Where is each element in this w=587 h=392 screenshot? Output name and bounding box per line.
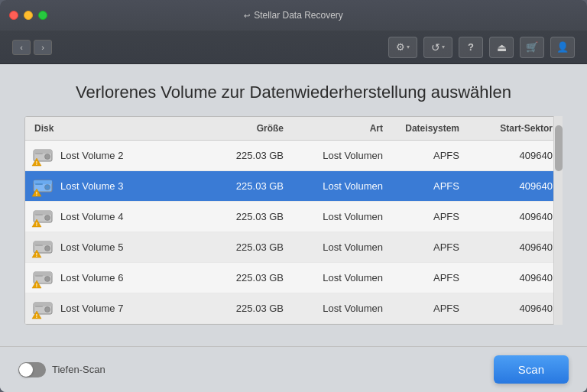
- disk-cell: ! Lost Volume 7: [25, 300, 224, 317]
- warning-icon: !: [31, 310, 42, 319]
- svg-point-26: [45, 276, 50, 281]
- type-cell: Lost Volumen: [293, 272, 392, 283]
- fs-cell: APFS: [392, 180, 469, 192]
- back-nav-button[interactable]: ‹: [12, 40, 31, 55]
- table-row[interactable]: ! Lost Volume 3 225.03 GBLost VolumenAPF…: [25, 171, 562, 202]
- sector-cell: 409640: [469, 272, 562, 283]
- size-cell: 225.03 GB: [224, 241, 293, 253]
- svg-rect-3: [35, 153, 43, 154]
- disk-icon: !: [33, 300, 54, 317]
- scrollbar-thumb[interactable]: [555, 125, 563, 171]
- volume-name: Lost Volume 7: [60, 303, 123, 314]
- svg-rect-21: [35, 245, 43, 246]
- back-arrow-icon: ↩: [244, 11, 250, 20]
- svg-rect-9: [35, 183, 43, 185]
- settings-button[interactable]: ⚙ ▾: [388, 37, 417, 58]
- window-title: ↩ Stellar Data Recovery: [244, 10, 343, 21]
- settings-caret-icon: ▾: [407, 44, 410, 50]
- cart-button[interactable]: 🛒: [520, 37, 544, 58]
- fs-cell: APFS: [392, 272, 469, 283]
- col-header-fs: Dateisystem: [392, 121, 469, 135]
- col-header-type: Art: [293, 121, 392, 135]
- traffic-lights: [9, 11, 47, 20]
- volume-name: Lost Volume 6: [60, 272, 123, 283]
- col-header-size: Größe: [224, 121, 293, 135]
- type-cell: Lost Volumen: [293, 180, 392, 192]
- bottom-bar: Tiefen-Scan Scan: [0, 346, 587, 392]
- sector-cell: 409640: [469, 211, 562, 222]
- recovery-icon: ↺: [431, 41, 440, 53]
- warning-icon: !: [31, 188, 42, 197]
- size-cell: 225.03 GB: [224, 150, 293, 161]
- drive-button[interactable]: ⏏: [489, 37, 514, 58]
- disk-icon: !: [33, 147, 54, 164]
- svg-text:!: !: [36, 222, 37, 227]
- type-cell: Lost Volumen: [293, 211, 392, 222]
- disk-cell: ! Lost Volume 6: [25, 270, 224, 287]
- svg-text:!: !: [36, 283, 37, 288]
- cart-icon: 🛒: [526, 41, 538, 53]
- table-header: Disk Größe Art Dateisystem Start-Sektor: [25, 117, 562, 141]
- volume-name: Lost Volume 2: [60, 150, 123, 161]
- toolbar: ‹ › ⚙ ▾ ↺ ▾ ? ⏏ 🛒 👤: [0, 31, 587, 64]
- minimize-button[interactable]: [24, 11, 33, 20]
- size-cell: 225.03 GB: [224, 272, 293, 283]
- drive-icon: ⏏: [497, 41, 507, 53]
- sector-cell: 409640: [469, 180, 562, 192]
- size-cell: 225.03 GB: [224, 211, 293, 222]
- fs-cell: APFS: [392, 303, 469, 314]
- user-button[interactable]: 👤: [550, 37, 575, 58]
- toggle-thumb: [19, 363, 33, 377]
- table-row[interactable]: ! Lost Volume 2 225.03 GBLost VolumenAPF…: [25, 141, 562, 171]
- table-row[interactable]: ! Lost Volume 4 225.03 GBLost VolumenAPF…: [25, 202, 562, 232]
- page-title: Verlorenes Volume zur Datenwiederherstel…: [24, 83, 563, 102]
- maximize-button[interactable]: [38, 11, 47, 20]
- warning-icon: !: [31, 219, 42, 228]
- settings-icon: ⚙: [396, 41, 405, 53]
- warning-icon: !: [31, 249, 42, 258]
- table-row[interactable]: ! Lost Volume 6 225.03 GBLost VolumenAPF…: [25, 263, 562, 293]
- fs-cell: APFS: [392, 150, 469, 161]
- svg-rect-15: [35, 214, 43, 215]
- volume-name: Lost Volume 5: [60, 241, 123, 253]
- help-button[interactable]: ?: [459, 37, 483, 58]
- table-row[interactable]: ! Lost Volume 7 225.03 GBLost VolumenAPF…: [25, 293, 562, 324]
- sector-cell: 409640: [469, 241, 562, 253]
- recovery-button[interactable]: ↺ ▾: [423, 37, 452, 58]
- disk-icon: !: [33, 178, 54, 195]
- scrollbar-track[interactable]: [553, 116, 563, 325]
- volume-table-wrapper: Disk Größe Art Dateisystem Start-Sektor: [24, 116, 563, 325]
- svg-text:!: !: [36, 160, 37, 166]
- svg-point-14: [45, 215, 50, 220]
- table-body: ! Lost Volume 2 225.03 GBLost VolumenAPF…: [25, 141, 562, 324]
- type-cell: Lost Volumen: [293, 241, 392, 253]
- deep-scan-toggle[interactable]: [18, 362, 46, 377]
- svg-point-8: [45, 184, 50, 190]
- svg-text:!: !: [36, 252, 37, 258]
- fs-cell: APFS: [392, 241, 469, 253]
- warning-icon: !: [31, 280, 42, 289]
- scan-button[interactable]: Scan: [494, 355, 569, 384]
- svg-rect-27: [35, 275, 43, 277]
- disk-icon: !: [33, 270, 54, 287]
- recovery-caret-icon: ▾: [442, 44, 445, 50]
- svg-point-32: [45, 306, 50, 312]
- deep-scan-label: Tiefen-Scan: [52, 364, 105, 375]
- disk-cell: ! Lost Volume 3: [25, 178, 224, 195]
- table-row[interactable]: ! Lost Volume 5 225.03 GBLost VolumenAPF…: [25, 232, 562, 263]
- col-header-disk: Disk: [25, 121, 224, 135]
- close-button[interactable]: [9, 11, 18, 20]
- svg-text:!: !: [36, 313, 37, 319]
- type-cell: Lost Volumen: [293, 303, 392, 314]
- svg-rect-33: [35, 306, 43, 307]
- volume-table: Disk Größe Art Dateisystem Start-Sektor: [24, 116, 563, 325]
- col-header-sector: Start-Sektor: [469, 121, 562, 135]
- disk-icon: !: [33, 239, 54, 256]
- sector-cell: 409640: [469, 150, 562, 161]
- disk-cell: ! Lost Volume 2: [25, 147, 224, 164]
- type-cell: Lost Volumen: [293, 150, 392, 161]
- forward-nav-button[interactable]: ›: [34, 40, 52, 55]
- disk-icon: !: [33, 209, 54, 225]
- svg-text:!: !: [36, 191, 37, 196]
- toggle-container: Tiefen-Scan: [18, 362, 105, 377]
